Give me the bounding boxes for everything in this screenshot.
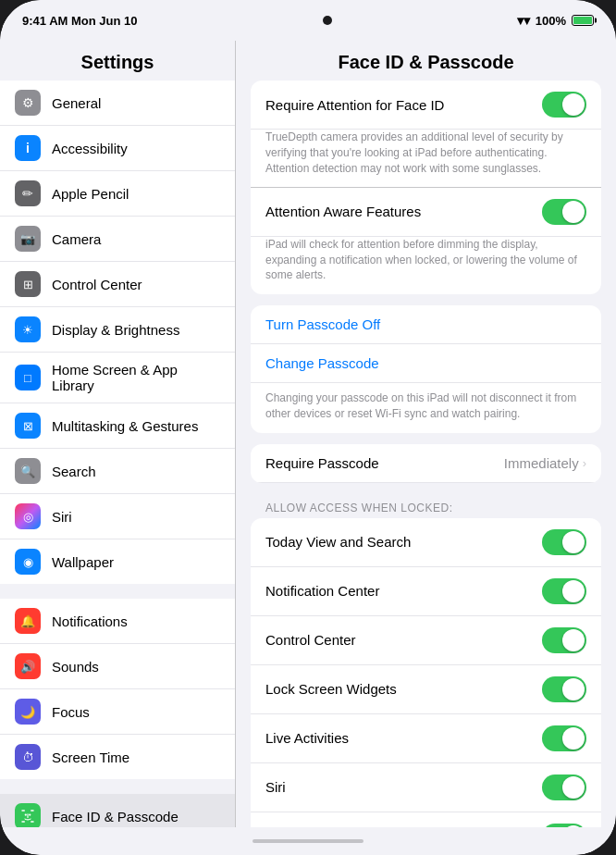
sidebar-item-search[interactable]: 🔍 Search [0,449,235,494]
svg-rect-2 [21,821,25,823]
sidebar-item-multitasking[interactable]: ⊠ Multitasking & Gestures [0,403,235,449]
require-passcode-label: Require Passcode [265,455,379,471]
sidebar-item-siri[interactable]: ◎ Siri [0,494,235,539]
sidebar-divider-1 [0,591,235,599]
notifications-icon: 🔔 [15,608,41,634]
sidebar-label-general: General [52,95,101,111]
right-panel-title: Face ID & Passcode [236,41,616,81]
change-passcode-link[interactable]: Change Passcode [251,344,601,383]
sidebar: Settings ⚙ General i Accessibility ✏ App… [0,41,236,827]
lock-screen-widgets-label: Lock Screen Widgets [265,681,542,697]
sidebar-label-wallpaper: Wallpaper [52,554,114,570]
battery-percent: 100% [536,14,566,28]
attention-aware-label: Attention Aware Features [265,204,542,219]
camera-dot [323,16,332,25]
accessibility-icon: i [15,135,41,161]
sidebar-label-notifications: Notifications [52,613,128,629]
control-center-row: Control Center [251,616,601,665]
svg-point-4 [25,813,27,815]
require-passcode-value: Immediately › [504,455,586,471]
sidebar-item-face-id[interactable]: Face ID & Passcode [0,794,235,827]
right-panel: Face ID & Passcode Require Attention for… [236,41,616,827]
svg-rect-1 [31,810,34,812]
home-control-toggle[interactable] [542,824,586,827]
home-indicator [0,827,616,855]
wallpaper-icon: ◉ [15,549,41,575]
sidebar-item-notifications[interactable]: 🔔 Notifications [0,599,235,644]
sidebar-item-camera[interactable]: 📷 Camera [0,217,235,262]
passcode-desc: Changing your passcode on this iPad will… [251,383,601,433]
multitasking-icon: ⊠ [15,413,41,439]
live-activities-toggle[interactable] [542,725,586,751]
sidebar-item-apple-pencil[interactable]: ✏ Apple Pencil [0,171,235,217]
display-icon: ☀ [15,316,41,342]
toggle-knob [562,93,585,116]
sidebar-label-search: Search [52,464,96,479]
attention-aware-row: Attention Aware Features [251,188,601,237]
turn-passcode-off-link[interactable]: Turn Passcode Off [251,305,601,344]
sidebar-item-sounds[interactable]: 🔊 Sounds [0,644,235,689]
siri-toggle[interactable] [542,774,586,800]
svg-rect-0 [21,810,25,812]
face-id-icon [15,803,41,827]
sidebar-item-wallpaper[interactable]: ◉ Wallpaper [0,539,235,584]
sidebar-label-siri: Siri [52,509,72,525]
main-content: Settings ⚙ General i Accessibility ✏ App… [0,41,616,827]
siri-row: Siri [251,763,601,812]
sidebar-item-screen-time[interactable]: ⏱ Screen Time [0,735,235,779]
today-view-label: Today View and Search [265,534,542,550]
sidebar-label-multitasking: Multitasking & Gestures [52,418,198,434]
svg-rect-3 [31,821,34,823]
search-icon: 🔍 [15,458,41,484]
toggle-knob [562,201,585,223]
sounds-icon: 🔊 [15,653,41,679]
sidebar-item-accessibility[interactable]: i Accessibility [0,126,235,171]
home-bar [253,839,363,843]
require-attention-desc: TrueDepth camera provides an additional … [251,130,601,187]
live-activities-row: Live Activities [251,714,601,763]
require-attention-row: Require Attention for Face ID [251,81,601,130]
sidebar-label-focus: Focus [52,704,90,720]
require-passcode-row[interactable]: Require Passcode Immediately › [251,444,601,483]
attention-aware-toggle[interactable] [542,199,586,225]
sidebar-label-home-screen: Home Screen & App Library [52,362,220,393]
screen-time-icon: ⏱ [15,744,41,770]
sidebar-item-control-center[interactable]: ⊞ Control Center [0,262,235,307]
control-center-toggle[interactable] [542,627,586,653]
sidebar-label-apple-pencil: Apple Pencil [52,186,129,202]
home-control-row: Home Control [251,812,601,827]
apple-pencil-icon: ✏ [15,180,41,206]
sidebar-item-focus[interactable]: 🌙 Focus [0,689,235,735]
attention-aware-desc: iPad will check for attention before dim… [251,237,601,294]
sidebar-item-display[interactable]: ☀ Display & Brightness [0,307,235,353]
status-bar: 9:41 AM Mon Jun 10 ▾▾ 100% [0,0,616,41]
notification-center-label: Notification Center [265,583,542,599]
sidebar-section-2: 🔔 Notifications 🔊 Sounds 🌙 Focus ⏱ Scree… [0,599,235,779]
sidebar-label-control-center: Control Center [52,277,142,292]
require-attention-toggle[interactable] [542,92,586,118]
today-view-toggle[interactable] [542,529,586,555]
sidebar-label-camera: Camera [52,231,101,247]
sidebar-section-1: ⚙ General i Accessibility ✏ Apple Pencil… [0,81,235,584]
control-center-icon: ⊞ [15,271,41,297]
allow-access-header: ALLOW ACCESS WHEN LOCKED: [236,494,616,518]
lock-screen-widgets-toggle[interactable] [542,676,586,702]
screen: 9:41 AM Mon Jun 10 ▾▾ 100% Settings ⚙ Ge… [0,0,616,855]
general-icon: ⚙ [15,90,41,116]
live-activities-label: Live Activities [265,730,542,746]
sidebar-label-face-id: Face ID & Passcode [52,809,179,824]
passcode-links-group: Turn Passcode Off Change Passcode Changi… [251,305,601,433]
control-center-label: Control Center [265,632,542,648]
sidebar-item-general[interactable]: ⚙ General [0,81,235,126]
sidebar-item-home-screen[interactable]: □ Home Screen & App Library [0,353,235,403]
attention-group: Require Attention for Face ID TrueDepth … [251,81,601,294]
focus-icon: 🌙 [15,699,41,725]
sidebar-section-3: Face ID & Passcode ✋ Privacy & Security [0,794,235,827]
access-locked-group: Today View and Search Notification Cente… [251,518,601,827]
sidebar-label-display: Display & Brightness [52,322,179,338]
wifi-icon: ▾▾ [517,13,530,28]
require-passcode-group: Require Passcode Immediately › [251,444,601,483]
require-attention-label: Require Attention for Face ID [265,97,542,113]
siri-icon: ◎ [15,503,41,529]
notification-center-toggle[interactable] [542,578,586,604]
